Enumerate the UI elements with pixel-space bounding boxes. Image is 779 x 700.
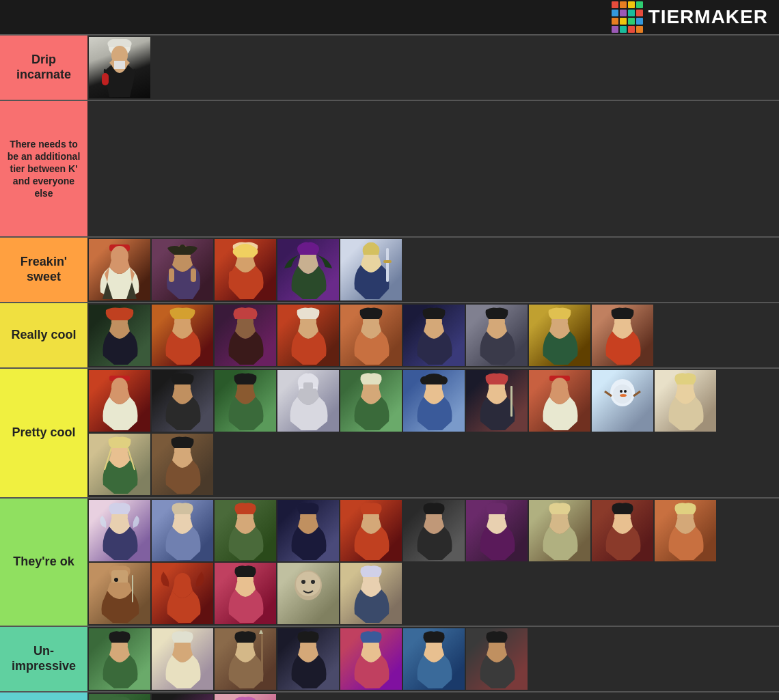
svg-point-33 xyxy=(420,376,428,384)
char-nag[interactable] xyxy=(529,500,590,561)
char-yun[interactable] xyxy=(89,628,150,690)
svg-point-40 xyxy=(613,384,632,404)
svg-rect-2 xyxy=(102,73,109,85)
svg-rect-15 xyxy=(383,260,392,263)
char-athena-svg xyxy=(344,630,398,688)
char-ezan[interactable] xyxy=(277,500,339,561)
char-k-prime[interactable] xyxy=(89,37,150,98)
tier-label-really: Really cool xyxy=(0,303,87,367)
char-yashiro[interactable] xyxy=(403,500,465,561)
char-morrigan[interactable] xyxy=(277,239,339,300)
char-rugal[interactable] xyxy=(152,370,213,432)
char-haohmaru[interactable] xyxy=(215,628,276,690)
char-rock-svg xyxy=(281,307,336,365)
char-jin[interactable] xyxy=(466,305,528,366)
char-anji-svg xyxy=(155,436,210,494)
char-vega-shadow[interactable] xyxy=(152,694,213,700)
char-ezan-svg xyxy=(281,502,336,560)
char-ryo2-unimp[interactable] xyxy=(152,628,213,690)
char-faust[interactable] xyxy=(89,563,150,624)
char-dudley-svg xyxy=(218,372,273,430)
char-noel[interactable] xyxy=(340,563,402,624)
char-terry[interactable] xyxy=(215,239,276,300)
logo-cell xyxy=(636,26,643,33)
char-mai-svg xyxy=(218,565,273,623)
char-cammy[interactable] xyxy=(89,434,150,495)
char-firebrand[interactable] xyxy=(152,563,213,624)
char-litchi-svg xyxy=(595,502,650,560)
logo-cell xyxy=(620,26,627,33)
char-badrock[interactable] xyxy=(277,563,339,624)
logo-cell xyxy=(636,10,643,16)
char-geese[interactable] xyxy=(340,500,402,561)
char-dudley[interactable] xyxy=(215,370,276,432)
char-blue-mary[interactable] xyxy=(529,305,590,366)
svg-rect-30 xyxy=(303,382,313,389)
tier-label-drip: Drip incarnate xyxy=(0,36,87,100)
char-geese-svg xyxy=(344,502,398,560)
char-ryo-kyokugen[interactable] xyxy=(655,500,716,561)
char-kyo[interactable] xyxy=(340,305,402,366)
char-shermie[interactable] xyxy=(466,500,528,561)
char-liu-kang[interactable] xyxy=(466,628,528,690)
char-kazuya[interactable] xyxy=(403,305,465,366)
char-jam-svg xyxy=(92,696,147,701)
char-yun-svg xyxy=(92,630,147,688)
char-hakumen[interactable] xyxy=(277,370,339,432)
char-hayate[interactable] xyxy=(277,628,339,690)
tier-row-sweet: Freakin' sweet xyxy=(0,236,779,302)
char-hayate-svg xyxy=(281,630,336,688)
char-akuma[interactable] xyxy=(215,305,276,366)
tier-label-ok: They're ok xyxy=(0,499,87,626)
tier-table: Drip incarnate xyxy=(0,34,779,700)
char-ryu3[interactable] xyxy=(529,370,590,432)
char-anji[interactable] xyxy=(152,434,213,495)
char-xian[interactable] xyxy=(403,628,465,690)
char-ramlethal[interactable] xyxy=(215,694,276,700)
char-dizzy-svg xyxy=(92,502,147,560)
char-haohmaru-svg xyxy=(218,630,273,688)
tier-content-ok xyxy=(87,499,779,626)
char-hakumen-svg xyxy=(281,372,336,430)
char-dizzy[interactable] xyxy=(89,500,150,561)
char-ryo2-unimp-svg xyxy=(155,630,210,688)
char-xian-svg xyxy=(407,630,461,688)
tier-content-ohno xyxy=(87,692,779,700)
tier-row-ohno: Oh no xyxy=(0,691,779,700)
logo-cell xyxy=(612,1,618,8)
char-kyo-svg xyxy=(344,307,398,365)
char-nakoruru[interactable] xyxy=(592,305,653,366)
tier-label-pretty: Pretty cool xyxy=(0,369,87,497)
logo-cell xyxy=(628,26,635,33)
char-chun-li[interactable] xyxy=(403,370,465,432)
char-ken[interactable] xyxy=(152,305,213,366)
char-saber[interactable] xyxy=(340,239,402,300)
svg-point-34 xyxy=(439,376,448,384)
svg-rect-14 xyxy=(386,248,389,282)
logo-cell xyxy=(620,10,627,16)
char-orie-svg xyxy=(155,502,210,560)
char-olaf-svg xyxy=(595,372,650,430)
char-athena[interactable] xyxy=(340,628,402,690)
char-firebrand-svg xyxy=(155,565,210,623)
char-ryu-sf[interactable] xyxy=(89,370,150,432)
char-saber-svg xyxy=(344,241,398,299)
char-mai[interactable] xyxy=(215,563,276,624)
char-morrigan-svg xyxy=(281,241,336,299)
char-nash[interactable] xyxy=(340,370,402,432)
char-ryu[interactable] xyxy=(89,239,150,300)
char-jam[interactable] xyxy=(89,694,150,700)
svg-point-68 xyxy=(311,580,315,584)
char-karin[interactable] xyxy=(655,370,716,432)
char-leona[interactable] xyxy=(215,500,276,561)
char-king[interactable] xyxy=(152,239,213,300)
char-ryo-kyokugen-svg xyxy=(658,502,713,560)
tier-row-gap: There needs to be an additional tier bet… xyxy=(0,100,779,236)
char-orie[interactable] xyxy=(152,500,213,561)
char-baiken[interactable] xyxy=(466,370,528,432)
char-litchi[interactable] xyxy=(592,500,653,561)
logo-cell xyxy=(620,18,627,25)
char-rock[interactable] xyxy=(277,305,339,366)
char-olaf[interactable] xyxy=(592,370,653,432)
char-iori[interactable] xyxy=(89,305,150,366)
